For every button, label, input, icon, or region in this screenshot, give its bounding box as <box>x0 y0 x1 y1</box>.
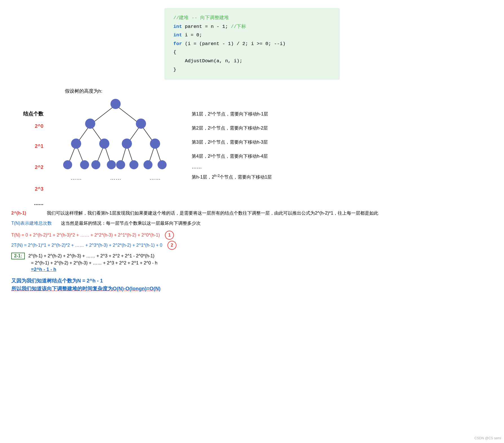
level-dots-label: ...... <box>34 200 43 206</box>
tree-subtitle: 假设树的高度为h: <box>65 88 102 94</box>
tree-labels-col: 结点个数 2^0 2^1 2^2 2^3 ...... <box>11 88 48 206</box>
sub-line2-row: = 2^(h-1) + 2^(h-2) + 2^(h-3) + …… + 2^3… <box>31 261 493 266</box>
annotation-2: 第3层，2²个节点，需要向下移动h-3层 <box>192 140 272 144</box>
svg-text:……: …… <box>70 175 82 181</box>
conclusion-line2: 所以我们知道该向下调整建堆的时间复杂度为O(N)-O(longn)=O(N) <box>11 285 493 292</box>
level-3-label: 2^3 <box>35 186 43 192</box>
level-1-label: 2^1 <box>35 143 43 149</box>
formula1-text: T(N) = 0 + 2^(h-2)*1 + 2^(h-3)*2 + …… + … <box>11 233 160 238</box>
T-label: T(N)表示建堆总次数 <box>11 219 56 227</box>
svg-point-18 <box>99 139 109 149</box>
svg-point-27 <box>143 160 152 169</box>
svg-point-24 <box>107 160 116 169</box>
explanation-text: 我们可以这样理解，我们看第h-1层发现我们如果要建这个堆的话，是需要将这一层所有… <box>47 209 378 217</box>
svg-point-19 <box>122 139 132 149</box>
sub-line3-text: =2^h - 1 - h <box>31 267 56 272</box>
svg-point-16 <box>136 119 146 129</box>
svg-text:……: …… <box>110 175 121 181</box>
svg-point-21 <box>63 160 72 169</box>
sub-line3-row: =2^h - 1 - h <box>31 267 493 272</box>
svg-point-22 <box>80 160 89 169</box>
formula2-text: 2T(N) = 2^(h-1)*1 + 2^(h-2)*2 + …… + 2^3… <box>11 243 162 248</box>
code-block: //建堆 -- 向下调整建堆 int parent = n - 1; //下标 … <box>165 8 339 79</box>
svg-point-14 <box>110 99 121 109</box>
tree-section: 结点个数 2^0 2^1 2^2 2^3 ...... 假设树的高度为h: <box>11 88 493 206</box>
svg-point-28 <box>158 160 167 169</box>
svg-point-26 <box>129 160 138 169</box>
tree-annotations: 第1层，2⁰个节点，需要向下移动h-1层 第2层，2¹个节点，需要向下移动h-2… <box>183 88 272 179</box>
conclusion-line1: 又因为我们知道树结点个数为N = 2^h - 1 <box>11 277 493 284</box>
level-h1-label: 2^(h-1) <box>11 209 42 217</box>
level-2-label: 2^2 <box>35 164 43 170</box>
code-comment: //建堆 -- 向下调整建堆 <box>173 14 331 23</box>
level-0-label: 2^0 <box>35 123 43 129</box>
svg-point-23 <box>91 160 100 169</box>
conclusion-section: 又因为我们知道树结点个数为N = 2^h - 1 所以我们知道该向下调整建堆的时… <box>11 277 493 292</box>
tree-title-left: 结点个数 <box>23 110 43 117</box>
code-line4: { <box>173 48 331 57</box>
tree-diagram: 假设树的高度为h: <box>48 88 183 187</box>
sub-line1-row: 2-1: 2^(h-1) + 2^(h-2) + 2^(h-3) + …… + … <box>11 253 493 259</box>
annotation-0: 第1层，2⁰个节点，需要向下移动h-1层 <box>192 112 272 116</box>
code-line5: AdjustDown(a, n, i); <box>173 57 331 66</box>
annotation-last: 第h-1层，2h-2个节点，需要向下移动1层 <box>192 174 272 179</box>
annotation-dots: …… <box>192 164 272 169</box>
svg-point-20 <box>150 139 160 149</box>
code-line2: int i = 0; <box>173 31 331 40</box>
code-line6: } <box>173 66 331 74</box>
formula-row-1: T(N) = 0 + 2^(h-2)*1 + 2^(h-3)*2 + …… + … <box>11 231 493 240</box>
annotation-1: 第2层，2¹个节点，需要向下移动h-2层 <box>192 126 272 130</box>
watermark: CSDN @CS semi <box>474 436 501 440</box>
conclusion2-text: 所以我们知道该向下调整建堆的时间复杂度为O(N)-O(longn)=O(N) <box>11 286 160 291</box>
svg-text:……: …… <box>149 175 161 181</box>
code-line1: int parent = n - 1; //下标 <box>173 23 331 31</box>
svg-point-15 <box>85 119 95 129</box>
formula-row-2: 2T(N) = 2^(h-1)*1 + 2^(h-2)*2 + …… + 2^3… <box>11 241 493 250</box>
T-explanation-section: T(N)表示建堆总次数 这当然是最坏的情况：每一层节点个数乘以这一层最坏向下调整… <box>11 219 493 227</box>
tree-svg: …… …… …… <box>48 97 183 187</box>
sub-section: 2-1: 2^(h-1) + 2^(h-2) + 2^(h-3) + …… + … <box>11 253 493 272</box>
explanation-text2: 这当然是最坏的情况：每一层节点个数乘以这一层最坏向下调整多少次 <box>61 219 201 227</box>
sub-line1-text: 2^(h-1) + 2^(h-2) + 2^(h-3) + …… + 2^3 +… <box>28 253 154 259</box>
circle-1: 1 <box>165 231 174 240</box>
code-line3: for (i = (parent - 1) / 2; i >= 0; --i) <box>173 40 331 48</box>
sub-label: 2-1: <box>11 253 25 259</box>
explanation-section: 2^(h-1) 我们可以这样理解，我们看第h-1层发现我们如果要建这个堆的话，是… <box>11 209 493 217</box>
svg-point-25 <box>116 160 125 169</box>
annotation-3: 第4层，2³个节点，需要向下移动h-4层 <box>192 154 272 159</box>
circle-2: 2 <box>167 241 176 250</box>
svg-point-17 <box>71 139 81 149</box>
